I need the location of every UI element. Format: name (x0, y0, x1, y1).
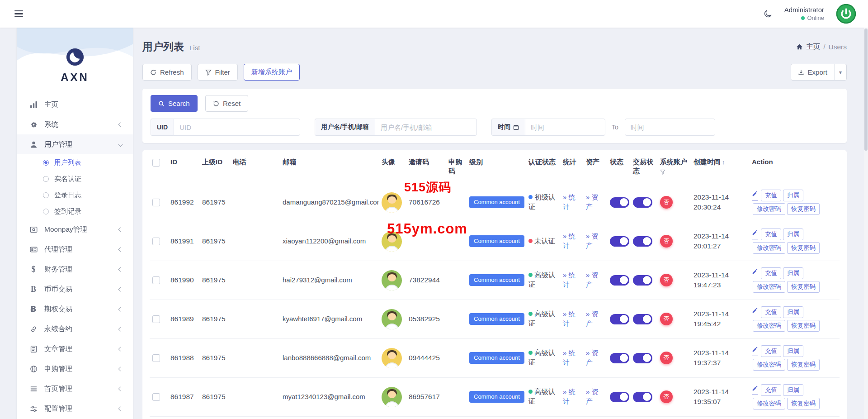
time-from-input[interactable] (525, 119, 605, 136)
change-password-button[interactable]: 修改密码 (753, 320, 785, 332)
recharge-button[interactable]: 充值 (761, 229, 781, 240)
change-password-button[interactable]: 修改密码 (753, 281, 785, 293)
edit-icon[interactable] (752, 190, 758, 200)
status-toggle[interactable] (610, 314, 629, 324)
trade-status-toggle[interactable] (633, 197, 652, 208)
row-checkbox[interactable] (152, 393, 160, 401)
status-toggle[interactable] (610, 392, 629, 402)
column-header[interactable]: Action (749, 150, 840, 183)
avatar[interactable] (382, 387, 402, 407)
user-avatar[interactable] (836, 4, 856, 24)
restore-password-button[interactable]: 恢复密码 (787, 242, 820, 254)
change-password-button[interactable]: 修改密码 (753, 203, 785, 215)
row-checkbox[interactable] (152, 354, 160, 362)
recharge-button[interactable]: 充值 (761, 190, 781, 201)
restore-password-button[interactable]: 恢复密码 (787, 320, 820, 332)
user-info[interactable]: Administrator Online (784, 6, 824, 22)
change-password-button[interactable]: 修改密码 (753, 359, 785, 371)
row-checkbox[interactable] (152, 199, 160, 206)
edit-icon[interactable] (752, 268, 758, 278)
assets-link[interactable]: » 资产 (586, 271, 599, 288)
breadcrumb-home[interactable]: 主页 (806, 42, 820, 52)
column-header[interactable]: 状态 (607, 150, 630, 183)
stats-link[interactable]: » 统计 (563, 388, 576, 405)
sidebar-item[interactable]: 用户管理 (17, 134, 133, 154)
edit-icon[interactable] (752, 229, 758, 239)
stats-link[interactable]: » 统计 (563, 310, 576, 327)
reset-button[interactable]: Reset (205, 95, 248, 112)
hamburger-menu-icon[interactable] (12, 8, 26, 20)
sidebar-subitem[interactable]: 实名认证 (17, 171, 133, 187)
column-filter-icon[interactable] (660, 168, 688, 177)
row-checkbox[interactable] (152, 315, 160, 323)
column-header[interactable]: 交易状态 (630, 150, 657, 183)
status-toggle[interactable] (610, 197, 629, 208)
avatar[interactable] (382, 309, 402, 329)
sidebar-item[interactable]: Moonpay管理 (17, 219, 133, 239)
belong-button[interactable]: 归属 (783, 190, 803, 201)
trade-status-toggle[interactable] (633, 392, 652, 402)
restore-password-button[interactable]: 恢复密码 (787, 281, 820, 293)
sidebar-item[interactable]: 首页管理 (17, 379, 133, 399)
status-toggle[interactable] (610, 236, 629, 247)
sidebar-item[interactable]: 配置管理 (17, 399, 133, 419)
stats-link[interactable]: » 统计 (563, 232, 576, 249)
column-header[interactable]: 电话 (230, 150, 280, 183)
belong-button[interactable]: 归属 (783, 229, 803, 240)
assets-link[interactable]: » 资产 (586, 349, 599, 366)
avatar[interactable] (382, 270, 402, 290)
chevron-down-icon[interactable]: ▾ (834, 64, 846, 80)
column-header[interactable]: 认证状态 (526, 150, 560, 183)
avatar[interactable] (382, 348, 402, 368)
column-header[interactable]: 统计 (560, 150, 583, 183)
avatar[interactable] (382, 231, 402, 252)
restore-password-button[interactable]: 恢复密码 (787, 359, 820, 371)
scrollbar-thumb[interactable] (864, 29, 868, 151)
avatar[interactable] (382, 192, 402, 213)
select-all-checkbox[interactable] (152, 159, 160, 167)
assets-link[interactable]: » 资产 (586, 310, 599, 327)
column-header[interactable]: 资产 (583, 150, 607, 183)
recharge-button[interactable]: 充值 (761, 384, 781, 396)
restore-password-button[interactable]: 恢复密码 (787, 203, 820, 215)
row-checkbox[interactable] (152, 276, 160, 284)
dark-mode-icon[interactable] (763, 9, 773, 19)
column-header[interactable]: 创建时间↑ (691, 150, 749, 183)
assets-link[interactable]: » 资产 (586, 193, 599, 210)
uid-input[interactable] (174, 119, 300, 136)
sidebar-item[interactable]: 文章管理 (17, 339, 133, 359)
add-system-account-button[interactable]: 新增系统账户 (244, 64, 300, 81)
column-header[interactable]: 系统账户 (657, 150, 691, 183)
column-header[interactable]: 头像 (379, 150, 406, 183)
stats-link[interactable]: » 统计 (563, 349, 576, 366)
change-password-button[interactable]: 修改密码 (753, 398, 785, 409)
stats-link[interactable]: » 统计 (563, 271, 576, 288)
column-header[interactable]: 邀请码 (406, 150, 446, 183)
assets-link[interactable]: » 资产 (586, 232, 599, 249)
restore-password-button[interactable]: 恢复密码 (787, 398, 820, 409)
search-button[interactable]: Search (151, 95, 198, 112)
sidebar-item[interactable]: $ 财务管理 (17, 259, 133, 279)
filter-button[interactable]: Filter (198, 64, 238, 81)
column-header[interactable]: 上级ID (199, 150, 230, 183)
trade-status-toggle[interactable] (633, 353, 652, 363)
sidebar-subitem[interactable]: 登录日志 (17, 187, 133, 203)
row-checkbox[interactable] (152, 238, 160, 245)
column-header[interactable]: 邮箱 (280, 150, 379, 183)
sidebar-item[interactable]: 系统 (17, 114, 133, 134)
column-header[interactable]: 级别 (467, 150, 526, 183)
sidebar-item[interactable]: 主页 (17, 95, 133, 114)
column-header[interactable]: ID (168, 150, 199, 183)
export-button[interactable]: Export ▾ (791, 64, 847, 81)
sidebar-subitem[interactable]: 用户列表 (17, 154, 133, 171)
sidebar-item[interactable]: 代理管理 (17, 239, 133, 259)
trade-status-toggle[interactable] (633, 275, 652, 286)
user-input[interactable] (375, 119, 477, 136)
recharge-button[interactable]: 充值 (761, 267, 781, 279)
status-toggle[interactable] (610, 353, 629, 363)
edit-icon[interactable] (752, 385, 758, 395)
trade-status-toggle[interactable] (633, 314, 652, 324)
refresh-button[interactable]: Refresh (142, 64, 192, 81)
change-password-button[interactable]: 修改密码 (753, 242, 785, 254)
sidebar-item[interactable]: 永续合约 (17, 319, 133, 339)
